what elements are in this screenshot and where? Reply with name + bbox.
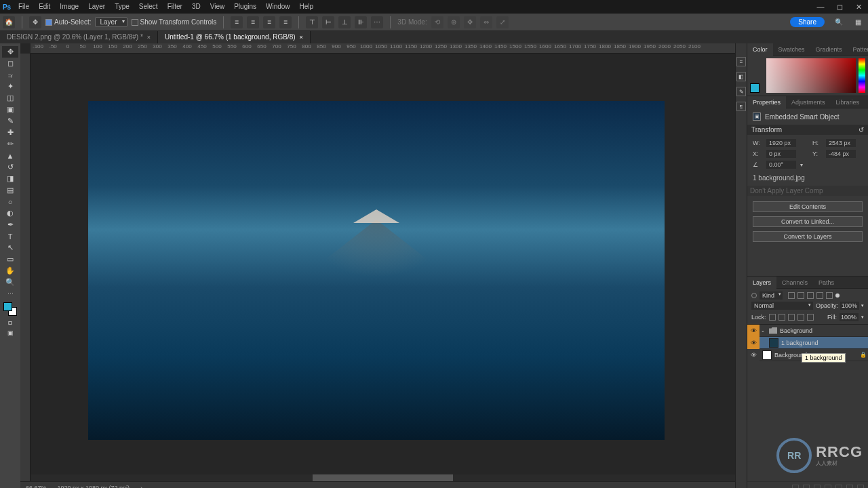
dock-icon[interactable]: ¶ <box>736 102 746 111</box>
tab-properties[interactable]: Properties <box>747 96 786 108</box>
tab-adjustments[interactable]: Adjustments <box>786 96 831 108</box>
opacity-input[interactable]: 100% <box>840 302 859 310</box>
color-swatches[interactable] <box>2 301 18 317</box>
tab-layers[interactable]: Layers <box>747 277 776 289</box>
menu-view[interactable]: View <box>205 0 230 14</box>
path-tool[interactable]: ↖ <box>2 242 18 253</box>
scrollbar-horizontal[interactable] <box>31 474 735 481</box>
close-icon[interactable]: × <box>147 34 151 41</box>
tab-color[interactable]: Color <box>747 43 773 56</box>
status-arrow-icon[interactable]: › <box>140 485 142 489</box>
menu-edit[interactable]: Edit <box>34 0 55 14</box>
transform-section[interactable]: Transform <box>751 126 782 134</box>
tab-swatches[interactable]: Swatches <box>773 43 810 56</box>
layer-thumbnail[interactable] <box>769 338 778 348</box>
shape-tool[interactable]: ▭ <box>2 253 18 265</box>
layer-thumbnail[interactable] <box>762 350 772 360</box>
screenmode-tool[interactable]: ▣ <box>2 327 18 338</box>
fx-icon[interactable] <box>803 485 810 489</box>
search-icon[interactable]: 🔍 <box>833 16 845 28</box>
x-input[interactable]: 0 px <box>766 150 796 158</box>
lasso-tool[interactable]: ⟉ <box>2 69 18 81</box>
color-field[interactable] <box>766 58 856 93</box>
layer-name[interactable]: Background <box>780 327 868 334</box>
move-tool-icon[interactable]: ✥ <box>29 16 41 28</box>
lock-all-icon[interactable] <box>797 314 804 321</box>
menu-image[interactable]: Image <box>55 0 83 14</box>
edit-contents-button[interactable]: Edit Contents <box>753 201 863 212</box>
menu-help[interactable]: Help <box>295 0 319 14</box>
ruler-vertical[interactable] <box>20 54 31 481</box>
fill-input[interactable]: 100% <box>840 313 859 321</box>
lock-position-icon[interactable] <box>778 314 785 321</box>
document-tab-1[interactable]: Untitled-1 @ 66.7% (1 background, RGB/8)… <box>158 31 311 43</box>
dodge-tool[interactable]: ◐ <box>2 207 18 219</box>
auto-select-target-dropdown[interactable]: Layer <box>95 17 127 27</box>
distribute-icon[interactable]: ≡ <box>279 16 292 28</box>
edit-toolbar[interactable]: ⋯ <box>2 288 18 298</box>
distribute-v-icon[interactable]: ⊪ <box>355 16 367 28</box>
new-layer-icon[interactable] <box>846 485 853 489</box>
dock-icon[interactable]: ✎ <box>736 87 746 96</box>
auto-select-checkbox[interactable]: Auto-Select: <box>45 18 91 26</box>
align-right-icon[interactable]: ≡ <box>263 16 275 28</box>
menu-window[interactable]: Window <box>261 0 295 14</box>
visibility-toggle[interactable]: 👁 <box>747 349 760 361</box>
visibility-toggle[interactable]: 👁 <box>747 337 760 349</box>
tab-patterns[interactable]: Patterns <box>848 43 868 56</box>
document-tab-0[interactable]: DESIGN 2.png @ 20.6% (Layer 1, RGB/8#) *… <box>0 31 158 43</box>
convert-linked-button[interactable]: Convert to Linked... <box>753 216 863 227</box>
lock-pixels-icon[interactable] <box>769 314 776 321</box>
wand-tool[interactable]: ✦ <box>2 81 18 92</box>
filter-toggle[interactable] <box>835 293 840 298</box>
zoom-tool[interactable]: 🔍 <box>2 277 18 288</box>
hue-slider[interactable] <box>859 58 865 93</box>
tab-gradients[interactable]: Gradients <box>810 43 848 56</box>
align-bottom-icon[interactable]: ⊥ <box>338 16 351 28</box>
blend-mode-dropdown[interactable]: Normal <box>751 302 813 310</box>
dock-icon[interactable]: ≡ <box>736 57 746 66</box>
eraser-tool[interactable]: ◨ <box>2 173 18 184</box>
hand-tool[interactable]: ✋ <box>2 265 18 277</box>
visibility-toggle[interactable]: 👁 <box>747 325 760 337</box>
lock-nested-icon[interactable] <box>807 314 814 321</box>
main-menu[interactable]: File Edit Image Layer Type Select Filter… <box>14 0 318 14</box>
link-layers-icon[interactable] <box>792 485 799 489</box>
menu-select[interactable]: Select <box>134 0 163 14</box>
home-icon[interactable]: 🏠 <box>3 16 15 28</box>
brush-tool[interactable]: ✏ <box>2 138 18 150</box>
foreground-swatch[interactable] <box>750 83 760 93</box>
align-left-icon[interactable]: ≡ <box>231 16 243 28</box>
delete-icon[interactable] <box>857 485 864 489</box>
ruler-horizontal[interactable]: -100-50050100150200250300350400450500550… <box>31 43 735 54</box>
menu-file[interactable]: File <box>14 0 34 14</box>
group-icon[interactable] <box>835 485 842 489</box>
frame-tool[interactable]: ▣ <box>2 104 18 115</box>
mask-icon[interactable] <box>814 485 821 489</box>
heal-tool[interactable]: ✚ <box>2 127 18 138</box>
angle-dropdown-icon[interactable]: ▾ <box>800 162 803 168</box>
menu-filter[interactable]: Filter <box>163 0 187 14</box>
adjustment-icon[interactable] <box>825 485 831 489</box>
height-input[interactable]: 2543 px <box>826 139 856 147</box>
pen-tool[interactable]: ✒ <box>2 219 18 230</box>
y-input[interactable]: -484 px <box>826 150 856 158</box>
quickmask-tool[interactable]: ◘ <box>2 317 18 327</box>
search-icon[interactable] <box>751 293 757 298</box>
close-button[interactable]: ✕ <box>849 0 868 14</box>
close-icon[interactable]: × <box>300 34 303 41</box>
menu-plugins[interactable]: Plugins <box>229 0 261 14</box>
menu-type[interactable]: Type <box>110 0 134 14</box>
dock-icon[interactable]: ◧ <box>736 72 746 81</box>
menu-3d[interactable]: 3D <box>187 0 205 14</box>
eyedropper-tool[interactable]: ✎ <box>2 115 18 127</box>
crop-tool[interactable]: ◫ <box>2 92 18 104</box>
more-align-icon[interactable]: ⋯ <box>371 16 383 28</box>
filter-icons[interactable] <box>788 292 833 299</box>
gradient-tool[interactable]: ▤ <box>2 184 18 196</box>
align-vmid-icon[interactable]: ⊢ <box>322 16 334 28</box>
tab-libraries[interactable]: Libraries <box>831 96 865 108</box>
stamp-tool[interactable]: ▲ <box>2 150 18 161</box>
zoom-level[interactable]: 66.67% <box>26 485 47 489</box>
document-image[interactable] <box>88 101 665 440</box>
